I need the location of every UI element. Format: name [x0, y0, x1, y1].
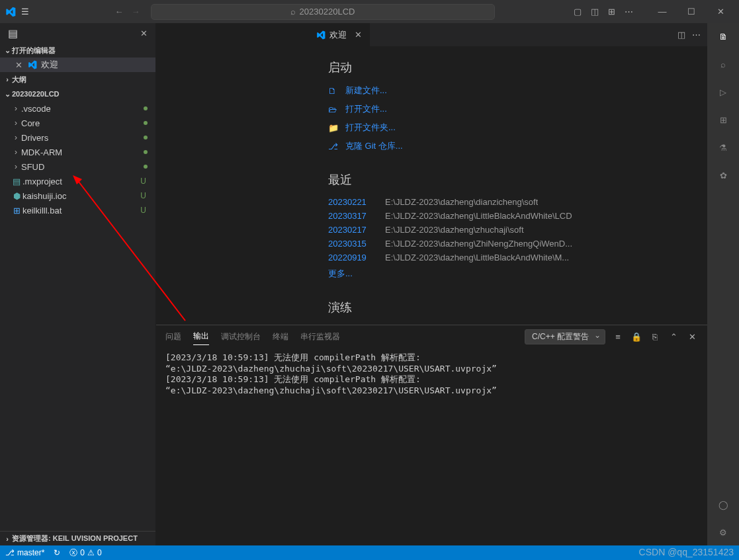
chevron-right-icon: ›	[11, 118, 21, 128]
recent-name[interactable]: 20230217	[328, 225, 374, 235]
panel-tab[interactable]: 问题	[165, 329, 181, 345]
recent-item[interactable]: 20220919E:\JLDZ-2023\dazheng\LittleBlack…	[328, 253, 687, 262]
maximize-button[interactable]: ☐	[678, 2, 705, 22]
statusbar: ⎇ master* ↻ ⓧ 0 ⚠ 0	[0, 545, 739, 560]
recent-item[interactable]: 20230315E:\JLDZ-2023\dazheng\ZhiNengZhen…	[328, 239, 687, 249]
tabnine-icon[interactable]: ✿	[715, 167, 731, 183]
git-modified-dot	[144, 165, 148, 169]
layout-sidebar-icon[interactable]: ◫	[591, 7, 599, 17]
sidebar: ▤ ✕ ⌄ 打开的编辑器 ✕ 欢迎 › 大纲 ⌄ 20230220LCD ›.v…	[0, 23, 156, 545]
item-label: kaishuiji.ioc	[22, 191, 66, 201]
folder-item[interactable]: ›MDK-ARM	[0, 145, 155, 159]
more-icon[interactable]: ⋯	[692, 30, 701, 40]
recent-item[interactable]: 20230221E:\JLDZ-2023\dazheng\dianzicheng…	[328, 197, 687, 207]
recent-item[interactable]: 20230217E:\JLDZ-2023\dazheng\zhuchaji\so…	[328, 225, 687, 235]
folder-item[interactable]: ›Drivers	[0, 130, 155, 145]
folder-icon: 📁	[328, 123, 339, 133]
recent-path: E:\JLDZ-2023\dazheng\LittleBlackAndWhite…	[385, 253, 569, 262]
file-icon: ⊞	[11, 206, 22, 216]
open-editor-label: 欢迎	[41, 59, 58, 71]
testing-icon[interactable]: ⚗	[715, 140, 731, 155]
split-editor-icon[interactable]: ◫	[677, 30, 685, 40]
close-panel-icon[interactable]: ✕	[140, 28, 148, 38]
close-icon[interactable]: ✕	[355, 30, 362, 40]
nav-forward-icon[interactable]: →	[132, 7, 140, 17]
outline-section[interactable]: › 大纲	[0, 72, 155, 87]
titlebar: ☰ ← → ⌕ 20230220LCD ▢ ◫ ⊞ ⋯ — ☐ ✕	[0, 0, 739, 23]
panel-tab[interactable]: 终端	[273, 329, 288, 345]
nav-back-icon[interactable]: ←	[115, 7, 124, 17]
open-editors-section[interactable]: ⌄ 打开的编辑器	[0, 43, 155, 58]
chevron-up-icon[interactable]: ⌃	[668, 332, 679, 342]
open-editor-item[interactable]: ✕ 欢迎	[0, 58, 155, 72]
sync-status[interactable]: ↻	[54, 548, 60, 557]
extensions-icon[interactable]: ⊞	[715, 112, 731, 128]
more-icon[interactable]: ⋯	[625, 7, 633, 17]
git-branch-icon: ⎇	[5, 548, 15, 557]
recent-path: E:\JLDZ-2023\dazheng\dianzicheng\soft	[385, 197, 538, 207]
output-channel-select[interactable]: C/C++ 配置警告	[525, 329, 605, 344]
item-label: Drivers	[21, 133, 48, 143]
settings-gear-icon[interactable]: ⚙	[715, 524, 731, 540]
recent-path: E:\JLDZ-2023\dazheng\LittleBlackAndWhite…	[385, 211, 572, 221]
recent-item[interactable]: 20230317E:\JLDZ-2023\dazheng\LittleBlack…	[328, 211, 687, 221]
sidebar-bottom-section[interactable]: › 资源管理器: KEIL UVISION PROJECT	[0, 531, 155, 545]
file-item[interactable]: ▤.mxprojectU	[0, 174, 155, 188]
item-label: .vscode	[21, 104, 51, 114]
action-label: 克隆 Git 仓库...	[345, 140, 403, 152]
explorer-icon[interactable]: 🗎	[715, 28, 731, 44]
output-content[interactable]: [2023/3/18 10:59:13] 无法使用 compilerPath 解…	[156, 348, 707, 545]
recent-name[interactable]: 20230317	[328, 211, 374, 221]
chevron-right-icon: ›	[11, 104, 21, 113]
action-label: 新建文件...	[345, 85, 387, 97]
filter-icon[interactable]: ≡	[612, 332, 624, 342]
folder-item[interactable]: ›SFUD	[0, 159, 155, 174]
clear-icon[interactable]: ⎘	[649, 332, 661, 342]
project-label: 20230220LCD	[12, 90, 60, 98]
vscode-logo	[5, 7, 16, 17]
problems-status[interactable]: ⓧ 0 ⚠ 0	[69, 547, 101, 559]
run-debug-icon[interactable]: ▷	[715, 84, 731, 100]
watermark: CSDN @qq_23151423	[639, 547, 734, 557]
open-editors-label: 打开的编辑器	[12, 46, 56, 56]
tab-label: 欢迎	[329, 29, 347, 41]
chevron-right-icon: ›	[11, 133, 21, 142]
command-center-search[interactable]: ⌕ 20230220LCD	[151, 4, 495, 20]
item-label: .mxproject	[22, 177, 62, 186]
recent-name[interactable]: 20230221	[328, 197, 374, 207]
git-untracked-badge: U	[140, 206, 146, 215]
folder-item[interactable]: ›Core	[0, 116, 155, 130]
recent-name[interactable]: 20220919	[328, 253, 374, 262]
account-icon[interactable]: ◯	[715, 497, 731, 512]
more-link[interactable]: 更多...	[328, 268, 687, 280]
folder-item[interactable]: ›.vscode	[0, 101, 155, 116]
close-icon[interactable]: ✕	[13, 60, 24, 70]
hamburger-menu[interactable]: ☰	[21, 7, 36, 17]
panel-tab[interactable]: 串行监视器	[300, 329, 340, 345]
search-icon[interactable]: ⌕	[715, 56, 731, 72]
welcome-action-git[interactable]: ⎇克隆 Git 仓库...	[328, 140, 687, 152]
welcome-action-new-file[interactable]: 🗋新建文件...	[328, 85, 687, 97]
file-item[interactable]: ⊞keilkilll.batU	[0, 203, 155, 218]
panel-tab[interactable]: 调试控制台	[221, 329, 261, 345]
tab-welcome[interactable]: 欢迎 ✕	[308, 23, 370, 46]
panel-tab[interactable]: 输出	[193, 328, 209, 345]
warning-icon: ⚠	[87, 548, 95, 557]
bottom-panel: 问题输出调试控制台终端串行监视器 C/C++ 配置警告 ≡ 🔒 ⎘ ⌃ ✕ [2…	[156, 325, 707, 545]
git-modified-dot	[144, 121, 148, 125]
close-icon[interactable]: ✕	[686, 332, 698, 342]
lock-icon[interactable]: 🔒	[630, 332, 642, 342]
git-modified-dot	[144, 136, 148, 140]
item-label: keilkilll.bat	[22, 206, 62, 216]
project-section[interactable]: ⌄ 20230220LCD	[0, 87, 155, 101]
git-icon: ⎇	[328, 141, 339, 151]
layout-customize-icon[interactable]: ⊞	[608, 7, 615, 17]
file-item[interactable]: ⬢kaishuiji.iocU	[0, 188, 155, 203]
welcome-action-folder[interactable]: 📁打开文件夹...	[328, 122, 687, 134]
minimize-button[interactable]: —	[649, 2, 675, 22]
recent-name[interactable]: 20230315	[328, 239, 374, 249]
layout-panel-icon[interactable]: ▢	[574, 7, 582, 17]
close-button[interactable]: ✕	[707, 2, 734, 22]
welcome-action-open-file[interactable]: 🗁打开文件...	[328, 103, 687, 115]
branch-status[interactable]: ⎇ master*	[5, 548, 44, 557]
